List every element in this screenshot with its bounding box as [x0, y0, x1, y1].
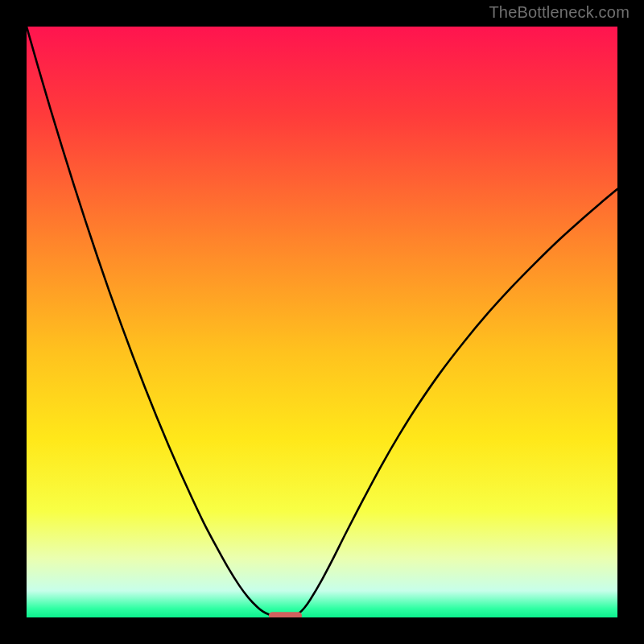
plot-area	[27, 27, 617, 617]
chart-root: TheBottleneck.com	[0, 0, 644, 644]
curve-canvas	[27, 27, 617, 617]
watermark-text: TheBottleneck.com	[489, 3, 630, 22]
